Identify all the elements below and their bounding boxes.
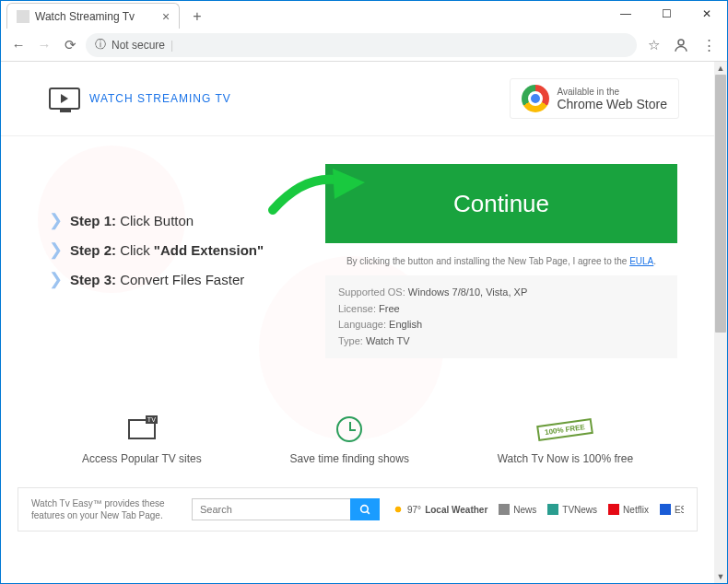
menu-icon[interactable]: ⋮: [698, 34, 720, 56]
agree-text: By clicking the button and installing th…: [325, 251, 677, 275]
feature-free: 100% FREE Watch Tv Now is 100% free: [498, 414, 633, 465]
tv-icon: [128, 419, 156, 439]
svg-point-0: [678, 40, 684, 45]
tab-favicon: [17, 10, 29, 23]
sun-icon: [393, 504, 404, 515]
meta-box: Supported OS: Windows 7/8/10, Vista, XP …: [325, 275, 677, 358]
feature-tv-sites: Access Popular TV sites: [82, 414, 202, 465]
tab-title: Watch Streaming Tv: [35, 10, 135, 23]
svg-line-2: [367, 511, 370, 514]
footer-link-weather[interactable]: 97° Local Weather: [393, 504, 487, 515]
green-arrow-icon: [268, 164, 370, 223]
chevron-right-icon: ❯: [49, 269, 63, 289]
step-3: ❯ Step 3: Convert Files Faster: [49, 269, 298, 289]
new-tab-button[interactable]: +: [187, 5, 206, 29]
bookmark-star-icon[interactable]: ☆: [642, 34, 664, 56]
scroll-thumb[interactable]: [715, 75, 726, 333]
footer-link-espn[interactable]: ESPN GO: [660, 504, 684, 515]
chrome-web-store-badge[interactable]: Available in the Chrome Web Store: [510, 78, 679, 119]
maximize-button[interactable]: ☐: [646, 1, 687, 27]
footer-link-tvnews[interactable]: TVNews: [547, 504, 597, 515]
footer-link-news[interactable]: News: [499, 504, 536, 515]
site-logo[interactable]: WATCH STREAMING TV: [49, 88, 231, 110]
netflix-icon: [608, 504, 619, 515]
browser-tab[interactable]: Watch Streaming Tv ×: [6, 3, 180, 29]
tv-logo-icon: [49, 88, 80, 110]
security-status: Not secure: [112, 39, 165, 52]
reload-button[interactable]: ⟳: [60, 35, 80, 55]
espn-icon: [660, 504, 671, 515]
close-window-button[interactable]: ✕: [687, 1, 727, 27]
forward-button[interactable]: →: [34, 35, 54, 55]
chevron-right-icon: ❯: [49, 239, 63, 260]
address-bar[interactable]: ⓘ Not secure |: [86, 33, 637, 57]
profile-icon[interactable]: [670, 34, 692, 56]
logo-text: WATCH STREAMING TV: [89, 92, 231, 105]
free-badge-icon: 100% FREE: [536, 418, 593, 441]
step-2: ❯ Step 2: Click "Add Extension": [49, 239, 298, 260]
vertical-scrollbar[interactable]: ▲ ▼: [714, 62, 727, 583]
scroll-down-icon[interactable]: ▼: [714, 570, 727, 583]
footer-link-netflix[interactable]: Netflix: [608, 504, 649, 515]
scroll-up-icon[interactable]: ▲: [714, 62, 727, 75]
footer-bar: Watch Tv Easy™ provides these features o…: [18, 487, 698, 531]
eula-link[interactable]: EULA: [629, 256, 653, 266]
svg-point-1: [360, 506, 368, 513]
minimize-button[interactable]: —: [605, 1, 646, 27]
steps-list: ❯ Step 1: Click Button ❯ Step 2: Click "…: [49, 164, 298, 358]
footer-tagline: Watch Tv Easy™ provides these features o…: [31, 497, 179, 521]
continue-button[interactable]: Continue: [325, 164, 677, 243]
cws-big-text: Chrome Web Store: [557, 97, 667, 111]
search-input[interactable]: [192, 498, 350, 520]
tab-close-icon[interactable]: ×: [162, 9, 170, 24]
news-icon: [499, 504, 510, 515]
chrome-icon: [522, 85, 549, 112]
back-button[interactable]: ←: [8, 35, 29, 55]
search-button[interactable]: [350, 498, 380, 520]
tvnews-icon: [547, 504, 558, 515]
chevron-right-icon: ❯: [49, 210, 63, 230]
cws-small-text: Available in the: [557, 87, 667, 97]
step-1: ❯ Step 1: Click Button: [49, 210, 298, 230]
site-info-icon[interactable]: ⓘ: [95, 37, 106, 53]
